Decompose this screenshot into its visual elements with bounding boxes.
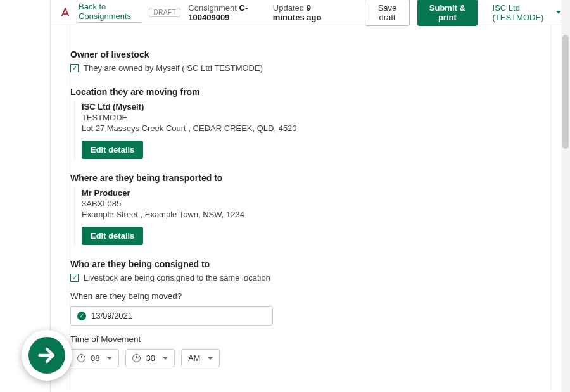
to-name: Mr Producer	[82, 188, 550, 198]
main-panel: Back to Consignments DRAFT Consignment C…	[51, 0, 570, 392]
to-code: 3ABXL085	[82, 199, 550, 208]
from-name: ISC Ltd (Myself)	[82, 102, 550, 111]
draft-badge: DRAFT	[149, 8, 180, 17]
time-of-movement-label: Time of Movement	[70, 334, 550, 344]
from-address: Lot 27 Masseys Creek Court , CEDAR CREEK…	[82, 123, 550, 133]
scrollbar-track[interactable]	[561, 0, 570, 392]
time-of-movement-row: 08 30 AM	[70, 349, 550, 367]
scrollbar-thumb[interactable]	[562, 35, 569, 149]
clock-icon	[132, 354, 141, 362]
same-location-checkbox[interactable]: ✓ Livestock are being consigned to the s…	[70, 273, 550, 282]
movement-date-value: 13/09/2021	[91, 311, 132, 320]
edit-to-button[interactable]: Edit details	[82, 227, 143, 245]
ampm-select[interactable]: AM	[181, 349, 220, 367]
chevron-down-icon	[163, 357, 168, 360]
movement-date-input[interactable]: ✓ 13/09/2021	[70, 306, 273, 326]
checkbox-checked-icon: ✓	[70, 64, 79, 72]
topbar: Back to Consignments DRAFT Consignment C…	[51, 0, 570, 25]
to-address: Example Street , Example Town, NSW, 1234	[82, 210, 550, 219]
ampm-value: AM	[188, 353, 201, 363]
app-logo-icon	[60, 7, 71, 18]
owned-by-me-checkbox[interactable]: ✓ They are owned by Myself (ISC Ltd TEST…	[70, 63, 550, 73]
chevron-down-icon	[107, 357, 112, 360]
clock-icon	[77, 354, 86, 362]
submit-print-button[interactable]: Submit & print	[417, 0, 477, 26]
minute-value: 30	[146, 353, 155, 363]
moving-from-block: ISC Ltd (Myself) TESTMODE Lot 27 Masseys…	[74, 102, 550, 159]
form-body: Owner of livestock ✓ They are owned by M…	[51, 25, 570, 391]
owner-section-title: Owner of livestock	[70, 49, 550, 60]
updated-indicator: Updated 9 minutes ago	[273, 3, 341, 22]
checkbox-checked-icon: ✓	[70, 274, 79, 282]
chevron-down-icon	[208, 357, 213, 360]
consignment-label: Consignment C-100409009	[188, 3, 265, 22]
save-draft-button[interactable]: Save draft	[365, 0, 410, 26]
valid-check-icon: ✓	[77, 312, 86, 320]
owned-by-me-label: They are owned by Myself (ISC Ltd TESTMO…	[84, 63, 263, 73]
transported-to-title: Where are they being transported to	[70, 173, 550, 183]
tenant-label: ISC Ltd (TESTMODE)	[493, 3, 552, 22]
edit-from-button[interactable]: Edit details	[82, 141, 143, 159]
hour-select[interactable]: 08	[70, 349, 119, 367]
chevron-down-icon	[556, 11, 561, 14]
back-to-consignments-link[interactable]: Back to Consignments	[79, 2, 141, 23]
arrow-right-icon	[28, 337, 65, 374]
same-location-label: Livestock are being consigned to the sam…	[84, 273, 270, 282]
hour-value: 08	[91, 353, 99, 363]
tenant-menu[interactable]: ISC Ltd (TESTMODE)	[493, 3, 561, 22]
consigned-to-title: Who are they being consigned to	[70, 259, 550, 269]
minute-select[interactable]: 30	[125, 349, 174, 367]
from-code: TESTMODE	[82, 113, 550, 122]
next-arrow-badge[interactable]	[22, 330, 72, 381]
when-moved-label: When are they being moved?	[70, 291, 550, 301]
moving-from-title: Location they are moving from	[70, 87, 550, 97]
transported-to-block: Mr Producer 3ABXL085 Example Street , Ex…	[74, 188, 550, 245]
